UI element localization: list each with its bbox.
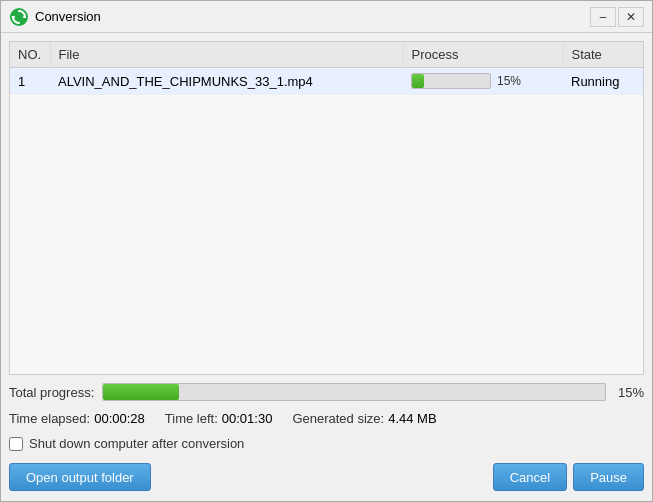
main-content: NO. File Process State 1ALVIN_AND_THE_CH… <box>1 33 652 501</box>
app-icon <box>9 7 29 27</box>
shutdown-checkbox[interactable] <box>9 437 23 451</box>
elapsed-label: Time elapsed: <box>9 411 90 426</box>
shutdown-label[interactable]: Shut down computer after conversion <box>29 436 244 451</box>
total-progress-pct: 15% <box>614 385 644 400</box>
size-item: Generated size: 4.44 MB <box>292 411 436 426</box>
table-header-row: NO. File Process State <box>10 42 643 68</box>
col-no: NO. <box>10 42 50 68</box>
title-bar: Conversion – ✕ <box>1 1 652 33</box>
cell-file: ALVIN_AND_THE_CHIPMUNKS_33_1.mp4 <box>50 68 403 95</box>
total-progress-row: Total progress: 15% <box>9 381 644 403</box>
row-progress-bar <box>411 73 491 89</box>
right-buttons: Cancel Pause <box>493 463 644 491</box>
total-progress-label: Total progress: <box>9 385 94 400</box>
open-folder-button[interactable]: Open output folder <box>9 463 151 491</box>
pause-button[interactable]: Pause <box>573 463 644 491</box>
footer-buttons: Open output folder Cancel Pause <box>9 459 644 493</box>
left-item: Time left: 00:01:30 <box>165 411 273 426</box>
file-table-container: NO. File Process State 1ALVIN_AND_THE_CH… <box>9 41 644 375</box>
cell-process: 15% <box>403 68 563 95</box>
conversion-window: Conversion – ✕ NO. File Process State 1A… <box>0 0 653 502</box>
cancel-button[interactable]: Cancel <box>493 463 567 491</box>
size-value: 4.44 MB <box>388 411 436 426</box>
cell-no: 1 <box>10 68 50 95</box>
minimize-button[interactable]: – <box>590 7 616 27</box>
left-label: Time left: <box>165 411 218 426</box>
elapsed-value: 00:00:28 <box>94 411 145 426</box>
shutdown-checkbox-row: Shut down computer after conversion <box>9 434 644 453</box>
total-progress-fill <box>103 384 178 400</box>
col-state: State <box>563 42 643 68</box>
window-title: Conversion <box>35 9 590 24</box>
elapsed-item: Time elapsed: 00:00:28 <box>9 411 145 426</box>
size-label: Generated size: <box>292 411 384 426</box>
row-progress-label: 15% <box>497 74 521 88</box>
col-process: Process <box>403 42 563 68</box>
table-row: 1ALVIN_AND_THE_CHIPMUNKS_33_1.mp415%Runn… <box>10 68 643 95</box>
file-table: NO. File Process State 1ALVIN_AND_THE_CH… <box>10 42 643 95</box>
total-progress-bar <box>102 383 606 401</box>
row-progress-fill <box>412 74 424 88</box>
close-button[interactable]: ✕ <box>618 7 644 27</box>
col-file: File <box>50 42 403 68</box>
cell-state: Running <box>563 68 643 95</box>
window-controls: – ✕ <box>590 7 644 27</box>
time-info-row: Time elapsed: 00:00:28 Time left: 00:01:… <box>9 409 644 428</box>
left-value: 00:01:30 <box>222 411 273 426</box>
